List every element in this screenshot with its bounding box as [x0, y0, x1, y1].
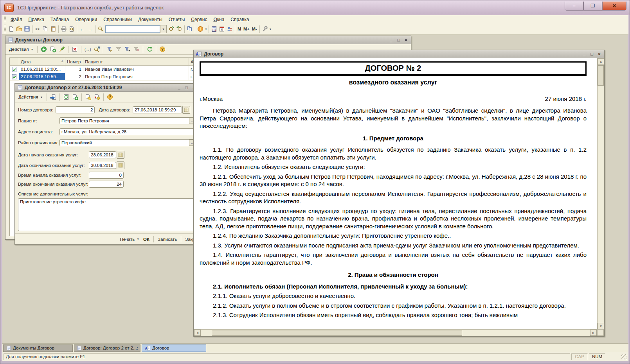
- post-document-icon[interactable]: [49, 93, 57, 101]
- copy-icon[interactable]: [41, 25, 49, 33]
- write-button[interactable]: Записать: [156, 236, 178, 242]
- new-document-icon[interactable]: [7, 25, 15, 33]
- form-actions-button[interactable]: Действия▼: [17, 94, 44, 100]
- back-icon[interactable]: ←: [78, 25, 86, 33]
- edit-icon[interactable]: [58, 45, 66, 53]
- delete-icon[interactable]: [71, 45, 79, 53]
- horizontal-scrollbar[interactable]: ◄ ►: [194, 329, 597, 336]
- tab-contract-document[interactable]: A Договор: [142, 344, 206, 352]
- copy-document-icon[interactable]: [71, 93, 79, 101]
- search-icon[interactable]: [97, 25, 104, 33]
- service-dropdown-arrow[interactable]: ▼: [269, 28, 272, 30]
- menu-service[interactable]: Сервис: [188, 16, 210, 23]
- toolbar-grip[interactable]: [4, 25, 6, 33]
- form-maximize-button[interactable]: □: [184, 85, 189, 90]
- description-textarea[interactable]: Приготовление утреннего кофе.: [18, 198, 196, 231]
- start-date-calendar-button[interactable]: [117, 151, 124, 159]
- duplicate-icon[interactable]: [186, 25, 194, 33]
- end-time-input[interactable]: [89, 181, 124, 188]
- print-preview-icon[interactable]: [68, 25, 76, 33]
- help-icon[interactable]: ?: [158, 45, 166, 53]
- end-date-input[interactable]: [89, 162, 116, 169]
- menu-catalogs[interactable]: Справочники: [100, 16, 135, 23]
- scroll-left-button[interactable]: ◄: [194, 330, 201, 336]
- related-documents-icon[interactable]: [93, 93, 101, 101]
- list-window-titlebar[interactable]: Документы Договор _ □ ×: [5, 36, 411, 44]
- list-close-button[interactable]: ×: [403, 37, 409, 43]
- menu-windows[interactable]: Окна: [210, 16, 227, 23]
- enter-on-basis-icon[interactable]: [84, 93, 92, 101]
- print-button[interactable]: Печать▼: [118, 236, 141, 242]
- header-date[interactable]: Дата≜: [19, 58, 65, 65]
- menu-operations[interactable]: Операции: [72, 16, 100, 23]
- save-icon[interactable]: [23, 25, 31, 33]
- list-minimize-button[interactable]: _: [388, 37, 394, 43]
- doc-maximize-button[interactable]: □: [589, 51, 595, 57]
- address-input[interactable]: [59, 128, 196, 135]
- maximize-button[interactable]: ❐: [583, 2, 602, 11]
- list-maximize-button[interactable]: □: [396, 37, 401, 43]
- form-minimize-button[interactable]: _: [176, 85, 182, 90]
- scroll-up-button[interactable]: ▲: [598, 58, 604, 65]
- header-patient[interactable]: Пациент: [83, 58, 189, 65]
- close-button[interactable]: ✕: [602, 2, 626, 11]
- header-number[interactable]: Номер: [65, 58, 83, 65]
- doc-close-button[interactable]: ×: [596, 51, 602, 57]
- print-icon[interactable]: [60, 25, 68, 33]
- memory-m-button[interactable]: M: [236, 26, 242, 32]
- open-document-icon[interactable]: [15, 25, 23, 33]
- form-help-icon[interactable]: ?: [106, 93, 114, 101]
- refresh-form-icon[interactable]: [62, 93, 70, 101]
- menu-table[interactable]: Таблица: [47, 16, 72, 23]
- scroll-right-button[interactable]: ►: [590, 330, 597, 336]
- menu-reports[interactable]: Отчеты: [166, 16, 188, 23]
- district-input[interactable]: [59, 139, 196, 146]
- calculator-icon[interactable]: [210, 25, 218, 33]
- start-date-input[interactable]: [89, 151, 116, 158]
- doc-minimize-button[interactable]: _: [581, 51, 587, 57]
- contract-number-input[interactable]: [56, 106, 95, 113]
- contract-date-input[interactable]: [133, 106, 182, 113]
- ok-button[interactable]: ОК: [142, 236, 151, 242]
- patient-input[interactable]: [59, 117, 196, 124]
- memory-m-minus-button[interactable]: M-: [251, 26, 258, 32]
- filter-history-icon[interactable]: [124, 45, 131, 53]
- filter-clear-icon[interactable]: [133, 45, 140, 53]
- cut-icon[interactable]: ✂: [34, 25, 41, 33]
- menu-help[interactable]: Справка: [227, 16, 252, 23]
- memory-m-plus-button[interactable]: M+: [242, 26, 251, 32]
- service-settings-icon[interactable]: [261, 25, 269, 33]
- users-icon[interactable]: [226, 25, 234, 33]
- filter-icon[interactable]: [115, 45, 122, 53]
- list-actions-button[interactable]: Действия▼: [7, 46, 35, 52]
- menu-file[interactable]: Файл: [7, 16, 25, 23]
- column-width-icon[interactable]: (↔): [84, 45, 92, 53]
- form-window-titlebar[interactable]: Договор: Договор 2 от 27.06.2018 10:59:2…: [15, 84, 199, 92]
- find-next-icon[interactable]: [167, 25, 175, 33]
- search-dropdown-button[interactable]: ▼: [160, 25, 167, 33]
- calendar-icon[interactable]: 31: [218, 25, 226, 33]
- refresh-icon[interactable]: [146, 45, 153, 53]
- search-input[interactable]: [105, 25, 160, 33]
- forward-icon[interactable]: →: [86, 25, 94, 33]
- header-icon-cell[interactable]: [10, 58, 19, 65]
- date-calendar-button[interactable]: [182, 106, 190, 114]
- paste-icon[interactable]: [49, 25, 57, 33]
- vertical-scrollbar[interactable]: ▲ ▼: [597, 58, 604, 330]
- filter-setup-icon[interactable]: [106, 45, 113, 53]
- resize-grip[interactable]: [621, 354, 627, 360]
- find-by-number-icon[interactable]: N: [93, 45, 101, 53]
- vertical-scroll-thumb[interactable]: [598, 65, 604, 86]
- minimize-button[interactable]: –: [565, 2, 583, 11]
- menu-documents[interactable]: Документы: [135, 16, 166, 23]
- info-dropdown-arrow[interactable]: ▼: [205, 28, 207, 30]
- info-icon[interactable]: i: [196, 25, 204, 33]
- horizontal-scroll-thumb[interactable]: [212, 330, 462, 336]
- menu-grip[interactable]: [4, 16, 6, 23]
- scroll-down-button[interactable]: ▼: [598, 323, 604, 330]
- tab-contract-form[interactable]: Договор: Договор 2 от 2...:29: [74, 344, 140, 352]
- end-date-calendar-button[interactable]: [117, 161, 124, 169]
- add-copy-icon[interactable]: [49, 45, 57, 53]
- add-icon[interactable]: [40, 45, 48, 53]
- doc-window-titlebar[interactable]: A Договор _ □ ×: [194, 50, 604, 58]
